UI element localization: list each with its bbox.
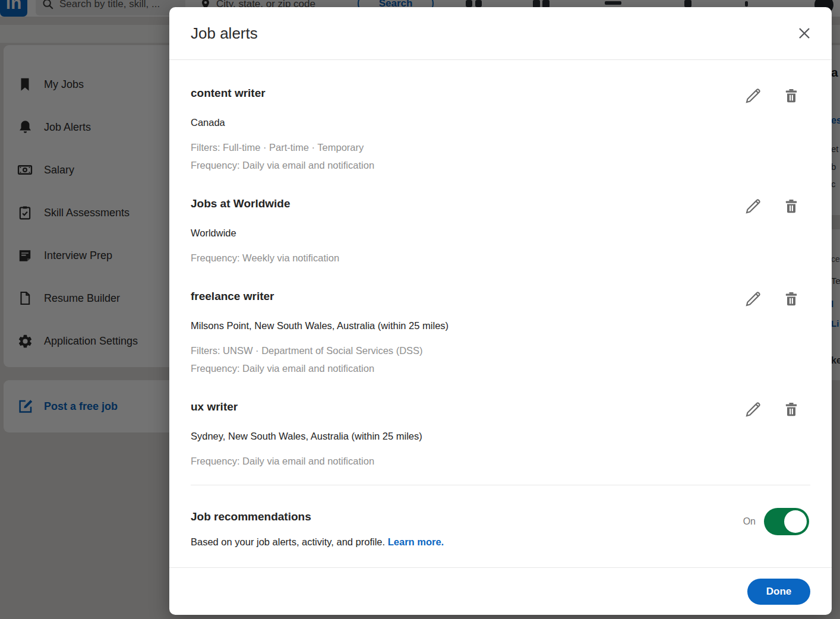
- close-icon[interactable]: [794, 23, 815, 44]
- job-alert-filters: Filters: UNSW · Department of Social Ser…: [191, 342, 709, 359]
- job-alert-frequency: Frequency: Daily via email and notificat…: [191, 452, 709, 470]
- job-recommendations-description: Based on your job alerts, activity, and …: [191, 536, 810, 548]
- job-alert-title: ux writer: [191, 400, 709, 414]
- edit-pencil-icon[interactable]: [744, 400, 763, 419]
- done-button[interactable]: Done: [747, 579, 810, 605]
- job-alert-title: Jobs at Worldwide: [191, 197, 709, 211]
- edit-pencil-icon[interactable]: [744, 197, 763, 216]
- toggle-state-label: On: [743, 516, 756, 527]
- job-alert-frequency: Frequency: Daily via email and notificat…: [191, 156, 709, 174]
- job-alert-location: Canada: [191, 116, 709, 129]
- jobs-page: in Search by title, skill, ... City, sta…: [0, 0, 840, 619]
- job-recommendations-section: Job recommendations Based on your job al…: [191, 485, 810, 548]
- job-alert-actions: [744, 86, 801, 105]
- delete-trash-icon[interactable]: [782, 400, 801, 419]
- job-alert-actions: [744, 197, 801, 216]
- job-alert-location: Worldwide: [191, 226, 709, 239]
- delete-trash-icon[interactable]: [782, 86, 801, 105]
- job-alert-frequency: Frequency: Weekly via notification: [191, 249, 709, 267]
- job-alerts-list: content writer Canada Filters: Full-time…: [169, 60, 832, 548]
- recommendations-toggle[interactable]: [764, 508, 809, 535]
- modal-header: Job alerts: [169, 7, 832, 60]
- job-alert-row: freelance writer Milsons Point, New Sout…: [191, 289, 810, 377]
- delete-trash-icon[interactable]: [782, 197, 801, 216]
- job-recommendations-title: Job recommendations: [191, 510, 810, 523]
- job-alert-location: Milsons Point, New South Wales, Australi…: [191, 319, 709, 332]
- job-recommendations-description-text: Based on your job alerts, activity, and …: [191, 536, 385, 547]
- job-alert-title: content writer: [191, 86, 709, 100]
- job-alert-row: content writer Canada Filters: Full-time…: [191, 86, 810, 174]
- job-alert-location: Sydney, New South Wales, Australia (with…: [191, 429, 709, 443]
- job-alert-row: Jobs at Worldwide Worldwide Frequency: W…: [191, 197, 810, 267]
- learn-more-link[interactable]: Learn more.: [388, 536, 444, 547]
- recommendations-toggle-group: On: [743, 508, 809, 535]
- edit-pencil-icon[interactable]: [744, 289, 763, 308]
- job-alert-frequency: Frequency: Daily via email and notificat…: [191, 359, 709, 377]
- job-alert-actions: [744, 400, 801, 419]
- toggle-knob: [784, 510, 807, 533]
- modal-title: Job alerts: [191, 24, 258, 43]
- modal-footer: Done: [169, 567, 832, 615]
- job-alerts-modal: Job alerts content writer Canada Filters…: [169, 7, 832, 615]
- job-alert-filters: Filters: Full-time · Part-time · Tempora…: [191, 138, 709, 156]
- job-alert-actions: [744, 289, 801, 308]
- job-alert-title: freelance writer: [191, 289, 709, 304]
- edit-pencil-icon[interactable]: [744, 86, 763, 105]
- delete-trash-icon[interactable]: [782, 289, 801, 308]
- job-alert-row: ux writer Sydney, New South Wales, Austr…: [191, 400, 810, 470]
